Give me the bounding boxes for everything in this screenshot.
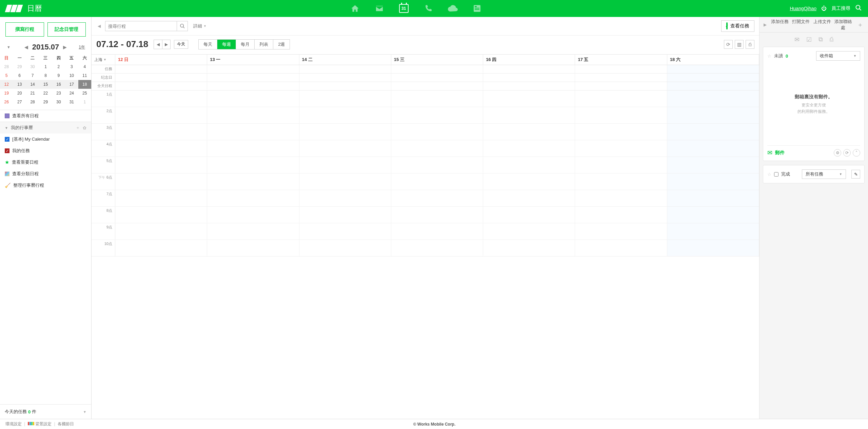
allday-cell[interactable] (575, 74, 667, 82)
minical-day[interactable]: 2 (52, 62, 65, 71)
minical-prev-icon[interactable]: ◀ (23, 44, 29, 50)
user-name[interactable]: HuangQihao (790, 6, 816, 11)
allday-cell[interactable] (299, 82, 391, 90)
hour-cell[interactable] (207, 240, 299, 256)
collapse-circle-icon[interactable]: ˄ (853, 149, 860, 157)
hour-cell[interactable] (207, 157, 299, 173)
holidays-link[interactable]: 各國節日 (58, 422, 74, 426)
hour-cell[interactable] (575, 90, 667, 107)
hour-cell[interactable] (299, 207, 391, 223)
bg-settings-link[interactable]: 背景設定 (35, 422, 52, 426)
hour-cell[interactable] (115, 124, 207, 140)
view-important[interactable]: ★ 查看重要日程 (0, 157, 91, 168)
hour-cell[interactable] (115, 157, 207, 173)
hour-cell[interactable] (575, 223, 667, 240)
view-tab[interactable]: 每天 (199, 40, 217, 49)
panel-print-icon[interactable]: ⎙ (830, 36, 833, 43)
search-icon[interactable] (855, 4, 862, 13)
calendar-item[interactable]: ✓我的任務 (0, 145, 91, 157)
hour-cell[interactable] (667, 207, 759, 223)
view-tasks-button[interactable]: 查看任務 (721, 20, 754, 32)
minical-day[interactable]: 12 (0, 80, 13, 89)
hour-cell[interactable] (115, 207, 207, 223)
minical-day[interactable]: 8 (39, 71, 52, 80)
hour-cell[interactable] (667, 157, 759, 173)
allday-cell[interactable] (483, 82, 575, 90)
hour-cell[interactable] (391, 124, 483, 140)
allday-cell[interactable] (575, 82, 667, 90)
hour-cell[interactable] (299, 173, 391, 190)
allday-cell[interactable] (667, 82, 759, 90)
hour-cell[interactable] (575, 140, 667, 157)
hour-cell[interactable] (575, 240, 667, 256)
edit-tasks-icon[interactable]: ✎ (851, 170, 860, 179)
hour-cell[interactable] (207, 173, 299, 190)
hour-cell[interactable] (391, 240, 483, 256)
hour-cell[interactable] (115, 223, 207, 240)
hour-cell[interactable] (299, 90, 391, 107)
minical-day[interactable]: 5 (0, 71, 13, 80)
cloud-icon[interactable] (447, 3, 458, 14)
hour-cell[interactable] (391, 190, 483, 206)
minical-day[interactable]: 11 (78, 71, 91, 80)
hour-cell[interactable] (575, 157, 667, 173)
mail-footer-label[interactable]: 郵件 (775, 150, 785, 156)
hour-cell[interactable] (483, 223, 575, 240)
hour-cell[interactable] (299, 240, 391, 256)
hour-cell[interactable] (299, 157, 391, 173)
hour-cell[interactable] (483, 207, 575, 223)
collapse-right-icon[interactable]: ▶ (762, 22, 768, 27)
home-icon[interactable] (349, 3, 361, 14)
hour-cell[interactable] (391, 140, 483, 157)
layout-icon[interactable]: ▥ (735, 40, 744, 49)
hour-cell[interactable] (207, 190, 299, 206)
hour-cell[interactable] (483, 240, 575, 256)
allday-cell[interactable] (391, 65, 483, 73)
minical-day[interactable]: 3 (65, 62, 78, 71)
minical-day[interactable]: 29 (13, 62, 26, 71)
gear-icon[interactable]: ✿ (83, 125, 86, 130)
env-settings-link[interactable]: 環境設定 (5, 422, 22, 426)
minical-day[interactable]: 17 (65, 80, 78, 89)
hour-cell[interactable] (391, 207, 483, 223)
minical-day[interactable]: 6 (13, 71, 26, 80)
hour-cell[interactable] (115, 140, 207, 157)
panel-mail-icon[interactable]: ✉ (794, 36, 800, 43)
hour-cell[interactable] (483, 107, 575, 123)
minical-next-icon[interactable]: ▶ (62, 44, 68, 50)
day-header[interactable]: 16 四 (483, 55, 575, 65)
day-header[interactable]: 14 二 (299, 55, 391, 65)
calendar-icon[interactable]: 31 (398, 3, 410, 14)
mailbox-select[interactable]: 收件箱 ▼ (816, 51, 860, 61)
hour-cell[interactable] (391, 90, 483, 107)
minical-day[interactable]: 13 (13, 80, 26, 89)
minical-day[interactable]: 27 (13, 98, 26, 106)
refresh-circle-icon[interactable]: ⟳ (843, 149, 851, 157)
hour-cell[interactable] (115, 173, 207, 190)
hour-cell[interactable] (207, 90, 299, 107)
minical-day[interactable]: 29 (39, 98, 52, 106)
collapse-left-icon[interactable]: ◀ (96, 24, 102, 28)
hour-cell[interactable] (483, 157, 575, 173)
hour-cell[interactable] (667, 240, 759, 256)
hour-cell[interactable] (667, 190, 759, 206)
add-calendar-icon[interactable]: ＋ (76, 125, 80, 131)
minical-day[interactable]: 10 (65, 71, 78, 80)
view-categorized[interactable]: 查看分類日程 (0, 168, 91, 180)
staff-search-link[interactable]: 員工搜尋 (831, 5, 850, 12)
task-filter-select[interactable]: 所有任務 ▼ (802, 169, 846, 179)
calendar-checkbox[interactable]: ✓ (5, 137, 9, 142)
anniversary-button[interactable]: 記念日管理 (47, 22, 86, 37)
allday-cell[interactable] (299, 65, 391, 73)
minical-day[interactable]: 15 (39, 80, 52, 89)
hour-cell[interactable] (575, 207, 667, 223)
minical-day[interactable]: 16 (52, 80, 65, 89)
detail-dropdown[interactable]: 詳細 ▼ (191, 23, 209, 29)
allday-cell[interactable] (391, 82, 483, 90)
phone-icon[interactable] (422, 3, 434, 14)
hour-cell[interactable] (115, 240, 207, 256)
allday-cell[interactable] (299, 74, 391, 82)
panel-contact-icon[interactable]: ⧉ (818, 36, 823, 43)
minical-day[interactable]: 21 (26, 89, 39, 98)
today-tasks[interactable]: 今天的任務 0 件 ▼ (0, 404, 91, 419)
